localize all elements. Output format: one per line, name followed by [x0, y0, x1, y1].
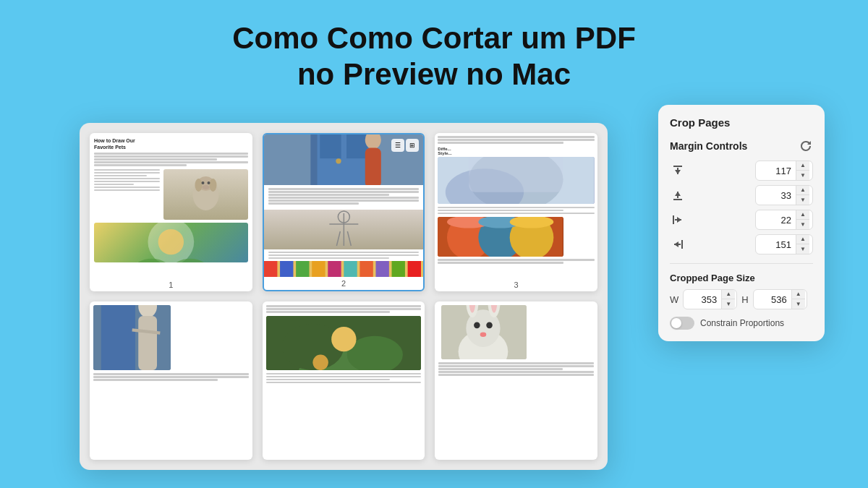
page-title: Como Como Cortar um PDF no Preview no Ma… [0, 0, 868, 93]
height-increment[interactable]: ▲ [792, 290, 805, 299]
svg-point-6 [202, 185, 209, 189]
width-increment[interactable]: ▲ [722, 290, 735, 299]
svg-point-5 [207, 181, 210, 184]
svg-point-56 [312, 354, 328, 369]
top-margin-icon [670, 163, 686, 179]
pdf-page-2[interactable]: ⊞ ☰ [263, 133, 425, 291]
svg-rect-14 [320, 134, 341, 158]
size-row: W ▲ ▼ H ▲ ▼ [670, 289, 813, 309]
crop-panel: Crop Pages Margin Controls ▲ ▼ [658, 105, 825, 341]
reset-icon[interactable] [799, 139, 813, 153]
left-margin-input[interactable] [756, 212, 796, 228]
margin-top-row: ▲ ▼ [670, 160, 813, 181]
pdf-page-4[interactable] [90, 301, 252, 460]
right-margin-decrement[interactable]: ▼ [796, 244, 809, 254]
left-margin-decrement[interactable]: ▼ [796, 220, 809, 229]
height-input[interactable] [754, 291, 791, 308]
left-margin-input-wrapper: ▲ ▼ [755, 210, 813, 230]
svg-rect-49 [138, 316, 157, 370]
svg-point-2 [195, 179, 202, 192]
svg-marker-70 [675, 170, 681, 174]
height-label: H [741, 294, 748, 305]
page1-title: How to Draw OurFavorite Pets [94, 137, 248, 150]
top-margin-input[interactable] [756, 163, 796, 179]
pdf-page-6[interactable] [435, 301, 597, 460]
right-margin-icon [670, 236, 686, 252]
svg-rect-68 [673, 166, 682, 167]
svg-rect-32 [375, 261, 388, 277]
page-number-2: 2 [264, 277, 424, 290]
svg-rect-29 [328, 261, 341, 277]
svg-rect-34 [407, 261, 420, 277]
page-number-1: 1 [90, 278, 252, 291]
svg-rect-47 [101, 305, 135, 370]
svg-line-23 [347, 231, 351, 246]
svg-rect-26 [280, 261, 293, 277]
bottom-margin-stepper: ▲ ▼ [796, 186, 809, 205]
svg-point-65 [474, 322, 480, 329]
svg-rect-71 [673, 199, 682, 200]
bottom-margin-input[interactable] [756, 187, 796, 204]
expand-icon[interactable]: ⊞ [406, 139, 419, 152]
right-margin-increment[interactable]: ▲ [796, 235, 809, 244]
svg-rect-27 [296, 261, 309, 277]
margin-left-row: ▲ ▼ [670, 210, 813, 230]
svg-point-8 [158, 229, 184, 254]
svg-point-66 [487, 322, 493, 329]
svg-rect-28 [312, 261, 325, 277]
sidebar-icon[interactable]: ☰ [391, 139, 404, 152]
svg-line-22 [336, 231, 340, 246]
svg-rect-33 [391, 261, 404, 277]
width-decrement[interactable]: ▼ [722, 299, 735, 309]
svg-point-16 [336, 158, 341, 163]
constrain-toggle[interactable] [670, 317, 694, 330]
right-margin-stepper: ▲ ▼ [796, 235, 809, 254]
left-margin-icon [670, 212, 686, 228]
svg-rect-38 [469, 157, 563, 192]
right-margin-input[interactable] [756, 236, 796, 253]
svg-rect-77 [681, 240, 683, 249]
width-label: W [670, 294, 678, 305]
height-input-wrapper: ▲ ▼ [753, 289, 807, 309]
constrain-row: Constrain Proportions [670, 317, 813, 330]
constrain-label: Constrain Proportions [700, 318, 784, 328]
margin-controls-header: Margin Controls [670, 139, 813, 153]
right-margin-input-wrapper: ▲ ▼ [755, 234, 813, 254]
top-margin-increment[interactable]: ▲ [796, 161, 809, 171]
svg-marker-73 [675, 192, 681, 196]
svg-point-4 [201, 181, 204, 184]
svg-rect-74 [673, 215, 674, 224]
top-margin-input-wrapper: ▲ ▼ [755, 160, 813, 181]
margin-controls-label: Margin Controls [670, 140, 747, 152]
margin-bottom-row: ▲ ▼ [670, 185, 813, 205]
svg-rect-31 [359, 261, 373, 277]
pdf-page-1[interactable]: How to Draw OurFavorite Pets [90, 133, 252, 291]
bottom-margin-decrement[interactable]: ▼ [796, 195, 809, 205]
bottom-margin-increment[interactable]: ▲ [796, 186, 809, 195]
toggle-knob [671, 318, 681, 328]
height-stepper: ▲ ▼ [791, 290, 805, 309]
pdf-viewer: How to Draw OurFavorite Pets [80, 123, 608, 470]
crop-panel-title: Crop Pages [670, 116, 813, 129]
pdf-page-3[interactable]: Diffe...Style... [435, 133, 597, 291]
svg-rect-25 [264, 261, 277, 277]
page-number-3: 3 [435, 278, 597, 291]
width-input[interactable] [684, 291, 721, 308]
width-stepper: ▲ ▼ [721, 290, 735, 309]
margin-right-row: ▲ ▼ [670, 234, 813, 254]
svg-marker-76 [677, 217, 681, 223]
bottom-margin-input-wrapper: ▲ ▼ [755, 185, 813, 205]
cropped-page-size-section: Cropped Page Size W ▲ ▼ H ▲ ▼ [670, 263, 813, 330]
svg-point-3 [209, 179, 216, 192]
svg-rect-30 [344, 261, 357, 277]
svg-point-67 [480, 333, 487, 337]
pdf-grid: How to Draw OurFavorite Pets [80, 123, 608, 470]
height-decrement[interactable]: ▼ [792, 299, 805, 309]
top-margin-decrement[interactable]: ▼ [796, 171, 809, 180]
svg-rect-18 [365, 147, 380, 185]
left-margin-increment[interactable]: ▲ [796, 210, 809, 220]
width-input-wrapper: ▲ ▼ [683, 289, 737, 309]
bottom-margin-icon [670, 187, 686, 203]
pdf-page-5[interactable] [263, 301, 425, 460]
top-margin-stepper: ▲ ▼ [796, 161, 809, 180]
